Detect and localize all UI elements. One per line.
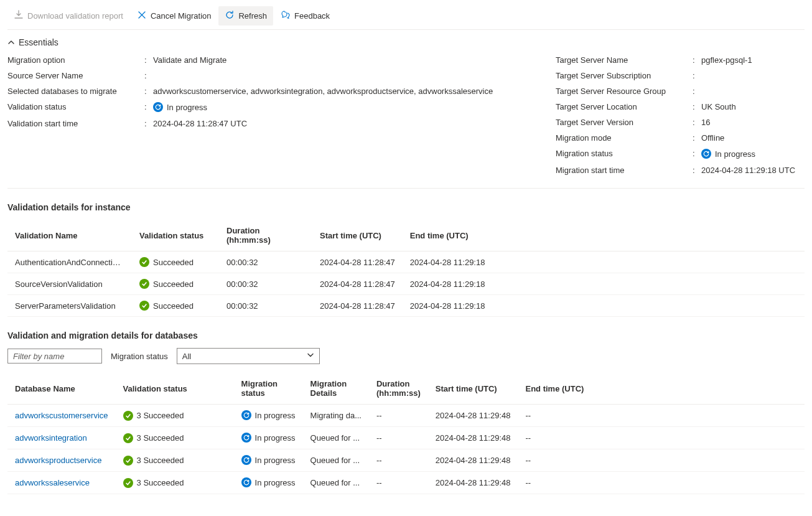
- duration-cell: 00:00:32: [219, 295, 312, 317]
- in-progress-icon: [241, 455, 251, 465]
- essentials-toggle[interactable]: Essentials: [7, 30, 805, 52]
- essentials-label: Migration start time: [556, 166, 693, 175]
- table-row: SourceVersionValidationSucceeded00:00:32…: [7, 273, 805, 295]
- succeeded-icon: [139, 279, 149, 289]
- column-header[interactable]: Start time (UTC): [312, 220, 403, 251]
- essentials-row: Migration mode:Offline: [556, 130, 805, 146]
- essentials-value: pgflex-pgsql-1: [701, 55, 752, 65]
- column-header[interactable]: Validation status: [132, 220, 219, 251]
- validation-status-cell: 3 Succeeded: [116, 427, 234, 449]
- status-text: 3 Succeeded: [137, 433, 184, 443]
- start-time-cell: 2024-04-28 11:29:48: [428, 427, 518, 449]
- table-row: ServerParametersValidationSucceeded00:00…: [7, 295, 805, 317]
- migration-status-selected: All: [182, 352, 191, 361]
- start-time-cell: 2024-04-28 11:29:48: [428, 405, 518, 427]
- validation-name: AuthenticationAndConnectivi...: [7, 251, 132, 273]
- essentials-row: Source Server Name:: [7, 68, 541, 83]
- status-text: 3 Succeeded: [137, 478, 184, 487]
- database-name-cell[interactable]: advworksproductservice: [7, 449, 116, 472]
- migration-status-dropdown[interactable]: All: [177, 348, 320, 364]
- database-link[interactable]: advworksintegration: [15, 433, 87, 443]
- refresh-button[interactable]: Refresh: [218, 6, 273, 26]
- succeeded-icon: [123, 411, 133, 421]
- essentials-label: Migration option: [7, 55, 144, 65]
- status-text: 3 Succeeded: [137, 456, 184, 465]
- database-name-cell[interactable]: advworkssaleservice: [7, 472, 116, 494]
- in-progress-icon: [241, 410, 251, 420]
- essentials-value: Validate and Migrate: [153, 55, 226, 65]
- column-header[interactable]: Duration (hh:mm:ss): [219, 220, 312, 251]
- essentials-value: 2024-04-28 11:28:47 UTC: [153, 119, 247, 128]
- validation-name: SourceVersionValidation: [7, 273, 132, 295]
- essentials-label: Target Server Subscription: [556, 71, 693, 80]
- column-header[interactable]: Start time (UTC): [428, 373, 518, 405]
- column-header[interactable]: Validation Name: [7, 220, 132, 251]
- separator: :: [144, 87, 153, 96]
- cancel-icon: [137, 10, 147, 22]
- essentials-row: Target Server Subscription:: [556, 68, 805, 83]
- end-time-cell: 2024-04-28 11:29:18: [403, 273, 805, 295]
- separator: :: [144, 71, 153, 80]
- end-time-cell: 2024-04-28 11:29:18: [403, 295, 805, 317]
- status-text: Succeeded: [153, 258, 194, 267]
- essentials-row: Target Server Name:pgflex-pgsql-1: [556, 52, 805, 68]
- column-header[interactable]: Migration status: [234, 373, 303, 405]
- succeeded-icon: [123, 433, 133, 443]
- column-header[interactable]: Database Name: [7, 373, 116, 405]
- start-time-cell: 2024-04-28 11:28:47: [312, 251, 403, 273]
- separator: :: [693, 118, 701, 127]
- succeeded-icon: [123, 456, 133, 466]
- validation-status-cell: 3 Succeeded: [116, 449, 234, 472]
- in-progress-icon: [701, 149, 711, 159]
- feedback-button[interactable]: Feedback: [274, 6, 336, 26]
- filter-by-name-input[interactable]: [7, 349, 102, 364]
- status-badge: In progress: [701, 149, 755, 159]
- database-link[interactable]: advworkscustomerservice: [15, 411, 108, 420]
- separator: :: [693, 149, 701, 158]
- in-progress-icon: [241, 433, 251, 443]
- column-header[interactable]: Validation status: [116, 373, 234, 405]
- essentials-row: Validation status:In progress: [7, 99, 541, 116]
- column-header[interactable]: Duration (hh:mm:ss): [369, 373, 428, 405]
- column-header[interactable]: Migration Details: [303, 373, 369, 405]
- separator: :: [693, 71, 701, 80]
- feedback-label: Feedback: [294, 11, 330, 21]
- database-name-cell[interactable]: advworksintegration: [7, 427, 116, 449]
- column-header[interactable]: End time (UTC): [518, 373, 805, 405]
- separator: :: [144, 119, 153, 128]
- essentials-body: Migration option:Validate and MigrateSou…: [7, 52, 805, 189]
- separator: :: [144, 55, 153, 65]
- essentials-label: Target Server Version: [556, 118, 693, 127]
- download-icon: [14, 10, 24, 22]
- in-progress-icon: [241, 477, 251, 487]
- status-text: Succeeded: [153, 301, 194, 311]
- chevron-down-icon: [307, 352, 314, 361]
- migration-status-cell: In progress: [234, 449, 303, 472]
- separator: :: [144, 102, 153, 111]
- essentials-label: Validation start time: [7, 119, 144, 128]
- database-link[interactable]: advworkssaleservice: [15, 478, 90, 487]
- feedback-icon: [281, 10, 291, 22]
- essentials-value: UK South: [701, 102, 736, 111]
- essentials-label: Migration mode: [556, 133, 693, 143]
- essentials-label: Target Server Resource Group: [556, 87, 693, 96]
- essentials-value: 16: [701, 118, 710, 127]
- download-validation-report-button: Download validation report: [7, 6, 129, 26]
- essentials-row: Migration start time:2024-04-28 11:29:18…: [556, 162, 805, 178]
- essentials-row: Target Server Location:UK South: [556, 99, 805, 115]
- table-row: advworksproductservice3 SucceededIn prog…: [7, 449, 805, 472]
- database-name-cell[interactable]: advworkscustomerservice: [7, 405, 116, 427]
- column-header[interactable]: End time (UTC): [403, 220, 805, 251]
- start-time-cell: 2024-04-28 11:29:48: [428, 449, 518, 472]
- start-time-cell: 2024-04-28 11:28:47: [312, 295, 403, 317]
- db-details-title: Validation and migration details for dat…: [7, 331, 805, 340]
- table-row: advworksintegration3 SucceededIn progres…: [7, 427, 805, 449]
- refresh-label: Refresh: [238, 11, 267, 21]
- separator: :: [693, 87, 701, 96]
- database-link[interactable]: advworksproductservice: [15, 456, 101, 465]
- status-text: In progress: [167, 103, 207, 112]
- essentials-label: Source Server Name: [7, 71, 144, 80]
- cancel-migration-button[interactable]: Cancel Migration: [131, 6, 218, 26]
- essentials-label: Migration status: [556, 149, 693, 158]
- download-validation-report-label: Download validation report: [27, 11, 123, 21]
